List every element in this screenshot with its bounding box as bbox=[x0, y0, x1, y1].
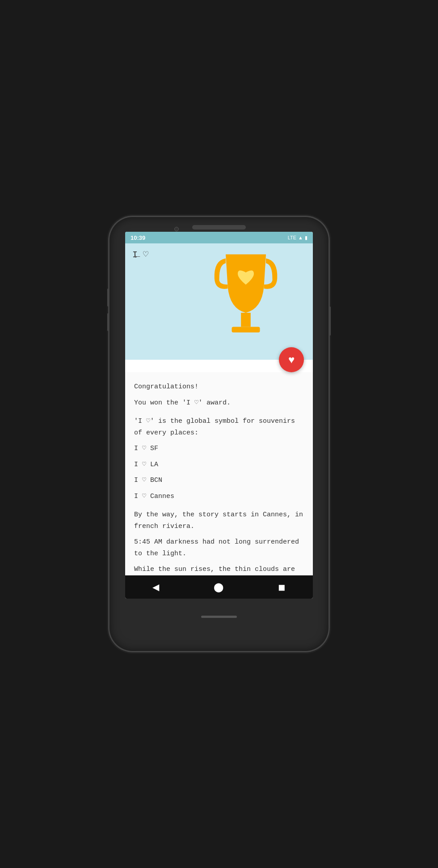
volume-down-button[interactable] bbox=[107, 313, 109, 331]
svg-rect-1 bbox=[232, 327, 260, 333]
phone-screen: 10:39 LTE ▲ ▮ ← I ♡ bbox=[125, 232, 313, 599]
symbol-description: 'I ♡' is the global symbol for souvenirs… bbox=[134, 416, 304, 438]
nav-recent-button[interactable]: ◼ bbox=[269, 578, 295, 596]
phone-bottom bbox=[201, 599, 237, 634]
status-icons: LTE ▲ ▮ bbox=[288, 235, 307, 241]
favorite-button[interactable]: ♥ bbox=[279, 347, 304, 372]
content-area: Congratulations! You won the 'I ♡' award… bbox=[125, 372, 313, 575]
home-indicator bbox=[201, 616, 237, 618]
nav-home-button[interactable]: ⬤ bbox=[205, 578, 232, 596]
list-la: I ♡ LA bbox=[134, 459, 304, 471]
list-cannes: I ♡ Cannes bbox=[134, 491, 304, 502]
award-line: You won the 'I ♡' award. bbox=[134, 397, 304, 409]
speaker bbox=[192, 225, 246, 230]
camera bbox=[174, 227, 179, 231]
congratulations-line: Congratulations! bbox=[134, 381, 304, 393]
story-line3: While the sun rises, the thin clouds are… bbox=[134, 564, 304, 575]
svg-rect-0 bbox=[241, 313, 251, 327]
content-text: Congratulations! You won the 'I ♡' award… bbox=[134, 381, 304, 575]
phone-device: 10:39 LTE ▲ ▮ ← I ♡ bbox=[110, 217, 328, 651]
story-line1: By the way, the story starts in Cannes, … bbox=[134, 509, 304, 532]
trophy-icon bbox=[206, 243, 286, 342]
hero-section: ← I ♡ bbox=[125, 243, 313, 360]
signal-bars-icon: ▲ bbox=[298, 235, 303, 240]
power-button[interactable] bbox=[329, 306, 331, 336]
heart-icon: ♥ bbox=[288, 354, 295, 365]
story-line2: 5:45 AM darkness had not long surrendere… bbox=[134, 536, 304, 559]
back-button[interactable]: ← bbox=[132, 251, 142, 262]
status-time: 10:39 bbox=[131, 234, 145, 241]
trophy-container bbox=[201, 234, 291, 351]
list-sf: I ♡ SF bbox=[134, 443, 304, 455]
navigation-bar: ◀ ⬤ ◼ bbox=[125, 575, 313, 599]
volume-up-button[interactable] bbox=[107, 289, 109, 306]
nav-back-button[interactable]: ◀ bbox=[143, 578, 168, 596]
battery-icon: ▮ bbox=[305, 235, 307, 241]
list-bcn: I ♡ BCN bbox=[134, 475, 304, 486]
